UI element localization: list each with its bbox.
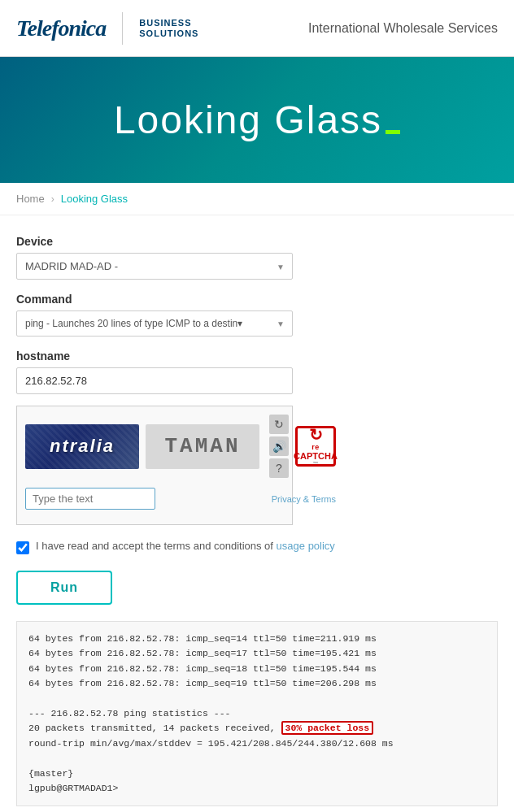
- telefonica-logo: Telefonica: [16, 15, 106, 41]
- hostname-input[interactable]: [16, 367, 293, 394]
- logo-area: Telefonica BUSINESS SOLUTIONS: [16, 12, 198, 45]
- command-select[interactable]: ping - Launches 20 lines of type ICMP to…: [16, 310, 293, 337]
- header-title: International Wholesale Services: [308, 21, 498, 36]
- main-content: Device MADRID MAD-AD - ▼ Command ping - …: [0, 215, 514, 812]
- captcha-image-left: ntralia: [25, 424, 139, 469]
- breadcrumb: Home › Looking Glass: [0, 183, 514, 215]
- cursor-icon: [386, 130, 400, 134]
- device-select[interactable]: MADRID MAD-AD -: [16, 253, 293, 280]
- recaptcha-arrow-icon: ↻: [309, 427, 323, 443]
- device-select-wrapper: MADRID MAD-AD - ▼: [16, 253, 293, 280]
- site-header: Telefonica BUSINESS SOLUTIONS Internatio…: [0, 0, 514, 57]
- device-label: Device: [16, 235, 498, 248]
- terms-checkbox[interactable]: [16, 541, 29, 554]
- captcha-text-input[interactable]: [25, 488, 155, 510]
- command-select-wrapper: ping - Launches 20 lines of type ICMP to…: [16, 310, 293, 337]
- breadcrumb-separator: ›: [51, 193, 54, 205]
- command-label: Command: [16, 293, 498, 306]
- business-line1: BUSINESS: [139, 18, 198, 28]
- captcha-image-right: TAMAN: [146, 424, 259, 469]
- business-solutions-logo: BUSINESS SOLUTIONS: [139, 18, 198, 37]
- privacy-terms-link[interactable]: Privacy & Terms: [272, 494, 336, 504]
- recaptcha-logo: ↻ re CAPTCHA ™: [295, 426, 336, 467]
- hero-title: Looking Glass: [114, 98, 400, 142]
- output-box: 64 bytes from 216.82.52.78: icmp_seq=14 …: [16, 621, 498, 806]
- captcha-audio-button[interactable]: 🔊: [269, 436, 289, 456]
- terms-text: I have read and accept the terms and con…: [36, 540, 335, 552]
- packet-loss-highlight: 30% packet loss: [281, 721, 374, 735]
- recaptcha-brand: CAPTCHA: [294, 451, 338, 461]
- captcha-help-button[interactable]: ?: [269, 458, 289, 478]
- captcha-images-row: ntralia TAMAN ↻ 🔊 ? ↻ re CAPTCHA ™: [25, 415, 284, 510]
- run-button[interactable]: Run: [16, 571, 112, 605]
- terms-row: I have read and accept the terms and con…: [16, 540, 498, 554]
- logo-divider: [122, 12, 123, 45]
- captcha-refresh-button[interactable]: ↻: [269, 415, 289, 434]
- business-line2: SOLUTIONS: [139, 28, 198, 38]
- breadcrumb-current[interactable]: Looking Glass: [61, 193, 128, 205]
- captcha-box: ntralia TAMAN ↻ 🔊 ? ↻ re CAPTCHA ™: [16, 406, 293, 525]
- breadcrumb-home[interactable]: Home: [16, 193, 45, 205]
- recaptcha-label: re: [311, 443, 320, 451]
- usage-policy-link[interactable]: usage policy: [277, 540, 335, 552]
- captcha-bottom-row: Privacy & Terms: [25, 488, 336, 510]
- hero-banner: Looking Glass: [0, 57, 514, 183]
- hostname-label: hostname: [16, 350, 498, 363]
- recaptcha-sub: ™: [313, 461, 319, 467]
